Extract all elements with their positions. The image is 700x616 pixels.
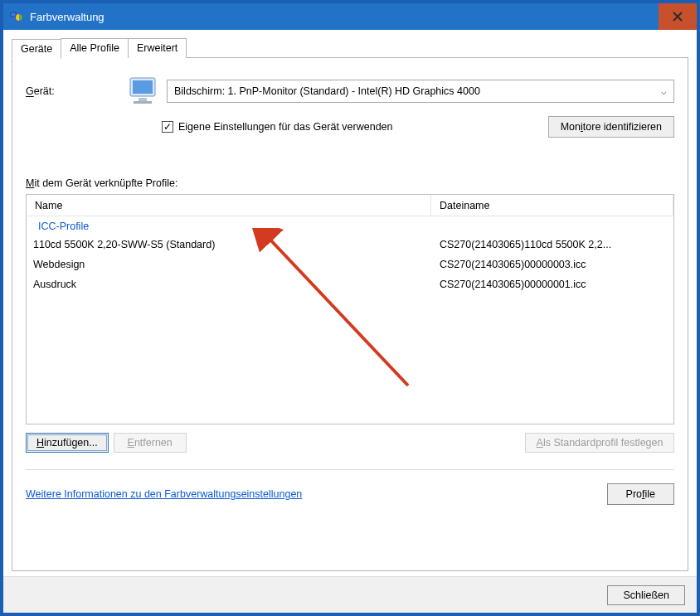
close-dialog-button[interactable]: Schließen [607, 585, 685, 605]
list-item[interactable]: Ausdruck CS270(21403065)00000001.icc [27, 274, 673, 294]
separator [26, 469, 674, 470]
column-filename[interactable]: Dateiname [431, 195, 673, 216]
close-icon [673, 12, 683, 22]
titlebar[interactable]: Farbverwaltung [3, 3, 697, 30]
listview-body: ICC-Profile 110cd 5500K 2,20-SWW-S5 (Sta… [27, 216, 673, 294]
monitor-icon [125, 75, 162, 108]
cell-file: CS270(21403065)110cd 5500K 2,2... [440, 237, 673, 252]
column-name[interactable]: Name [27, 195, 431, 216]
own-settings-checkbox[interactable] [162, 121, 173, 133]
group-icc: ICC-Profile [27, 218, 673, 235]
tab-all-profiles[interactable]: Alle Profile [61, 38, 129, 58]
settings-row: Eigene Einstellungen für das Gerät verwe… [162, 116, 674, 138]
close-button[interactable] [659, 3, 697, 30]
color-management-window: Farbverwaltung Geräte Alle Profile Erwei… [0, 0, 700, 616]
device-label: Gerät: [26, 85, 125, 97]
profiles-listview[interactable]: Name Dateiname ICC-Profile 110cd 5500K 2… [26, 194, 674, 424]
set-default-button: Als Standardprofil festlegen [525, 433, 674, 453]
tab-panel-devices: Gerät: Bildschirm: 1. PnP-Monitor (Stand… [12, 57, 688, 571]
client-area: Geräte Alle Profile Erweitert Gerät: Bil… [3, 30, 697, 576]
cell-file: CS270(21403065)00000003.icc [440, 257, 673, 272]
device-select[interactable]: Bildschirm: 1. PnP-Monitor (Standard) - … [167, 80, 674, 103]
cell-name: Webdesign [33, 257, 440, 272]
cell-name: Ausdruck [33, 277, 440, 292]
cell-name: 110cd 5500K 2,20-SWW-S5 (Standard) [33, 237, 440, 252]
add-button[interactable]: Hinzufügen... [26, 433, 109, 453]
tab-devices[interactable]: Geräte [12, 39, 61, 59]
profile-button[interactable]: Profile [607, 483, 674, 505]
list-item[interactable]: Webdesign CS270(21403065)00000003.icc [27, 255, 673, 274]
svg-rect-4 [139, 98, 147, 101]
more-info-link[interactable]: Weitere Informationen zu den Farbverwalt… [26, 488, 302, 500]
tabs: Geräte Alle Profile Erweitert [12, 38, 688, 58]
svg-rect-5 [134, 101, 152, 104]
svg-rect-3 [133, 80, 153, 94]
bottom-bar: Schließen [3, 576, 697, 613]
linked-profiles-label: Mit dem Gerät verknüpfte Profile: [26, 177, 674, 189]
identify-monitors-button[interactable]: Monitore identifizieren [548, 116, 674, 138]
window-title: Farbverwaltung [30, 11, 659, 23]
chevron-down-icon: ⌵ [661, 86, 667, 97]
device-select-text: Bildschirm: 1. PnP-Monitor (Standard) - … [174, 85, 480, 97]
cell-file: CS270(21403065)00000001.icc [440, 277, 673, 292]
device-row: Gerät: Bildschirm: 1. PnP-Monitor (Stand… [26, 75, 674, 108]
remove-button: Entfernen [114, 433, 187, 453]
listview-header: Name Dateiname [27, 195, 673, 216]
list-item[interactable]: 110cd 5500K 2,20-SWW-S5 (Standard) CS270… [27, 235, 673, 255]
own-settings-label: Eigene Einstellungen für das Gerät verwe… [178, 121, 393, 133]
app-icon [10, 10, 23, 23]
footer-row: Weitere Informationen zu den Farbverwalt… [26, 483, 674, 505]
profile-buttons: Hinzufügen... Entfernen Als Standardprof… [26, 433, 674, 453]
svg-rect-0 [11, 12, 16, 17]
tab-advanced[interactable]: Erweitert [128, 38, 187, 58]
